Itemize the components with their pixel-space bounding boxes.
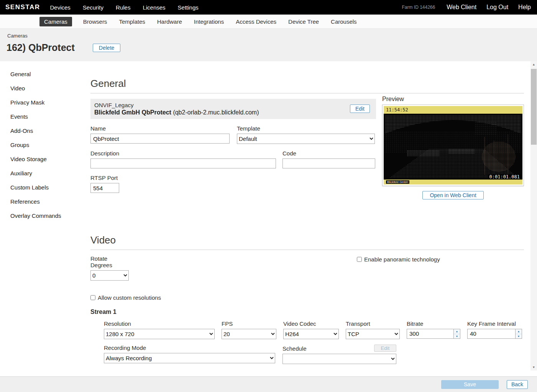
device-edit-button[interactable]: Edit: [350, 105, 370, 113]
tab-templates[interactable]: Templates: [118, 17, 146, 26]
sidebar-item-groups[interactable]: Groups: [10, 142, 90, 148]
key-frame-interval-value: 40: [468, 329, 515, 338]
stream-1-title: Stream 1: [90, 309, 524, 315]
lidar-point-cloud: [384, 114, 522, 180]
rotate-row: Rotate Degrees 0 Enable panoramic techno…: [90, 255, 524, 281]
bitrate-decrement-button[interactable]: ▼: [454, 334, 460, 339]
transport-label: Transport: [346, 320, 400, 327]
device-identity: Blickfeld GmbH QbProtect (qb2-orlab-2.mu…: [94, 109, 345, 116]
custom-resolutions-label: Allow custom resolutions: [98, 294, 161, 301]
app-window: SENSTAR Devices Security Rules Licenses …: [0, 0, 537, 392]
open-in-web-client-button[interactable]: Open in Web Client: [422, 191, 484, 199]
bitrate-increment-button[interactable]: ▲: [454, 329, 460, 334]
sidebar-item-video[interactable]: Video: [10, 85, 90, 91]
sidebar-item-general[interactable]: General: [10, 71, 90, 77]
web-client-link[interactable]: Web Client: [447, 4, 476, 11]
page-header: Cameras 162) QbProtect Delete: [0, 29, 537, 61]
video-section-title: Video: [90, 234, 524, 250]
tab-carousels[interactable]: Carousels: [330, 17, 358, 26]
template-select[interactable]: Default: [237, 134, 375, 144]
top-right: Farm ID 144266 Web Client Log Out Help: [402, 4, 531, 11]
breadcrumb[interactable]: Cameras: [7, 33, 537, 39]
back-button[interactable]: Back: [507, 380, 528, 389]
general-section-title: General: [90, 78, 524, 93]
section-general: General ONVIF_Legacy Blickfeld GmbH QbPr…: [90, 61, 524, 193]
name-input[interactable]: [90, 134, 230, 144]
help-link[interactable]: Help: [518, 4, 531, 11]
bitrate-label: Bitrate: [407, 320, 460, 327]
recording-mode-select[interactable]: Always Recording: [104, 353, 275, 363]
tab-integrations[interactable]: Integrations: [193, 17, 225, 26]
menu-devices[interactable]: Devices: [50, 4, 70, 11]
sidebar-item-privacy-mask[interactable]: Privacy Mask: [10, 99, 90, 106]
sidebar-item-auxiliary[interactable]: Auxiliary: [10, 170, 90, 176]
rtsp-port-input[interactable]: [90, 183, 119, 193]
preview-panel: Preview: [382, 96, 524, 199]
footer-bar: Save Back: [0, 376, 537, 392]
rotate-degrees-label: Rotate Degrees: [90, 255, 129, 268]
log-out-link[interactable]: Log Out: [486, 4, 508, 11]
sidebar-item-add-ons[interactable]: Add-Ons: [10, 127, 90, 134]
sidebar-item-overlay-commands[interactable]: Overlay Commands: [10, 212, 90, 219]
device-model: Blickfeld GmbH QbProtect: [94, 109, 171, 116]
panoramic-checkbox[interactable]: [357, 257, 362, 262]
tab-cameras[interactable]: Cameras: [39, 17, 72, 26]
top-menu: Devices Security Rules Licenses Settings: [50, 4, 198, 11]
preview-frame: 11:54:52 Blickfeld GmbH 0:01:01.081: [382, 105, 524, 186]
schedule-label: Schedule: [282, 345, 307, 352]
stream-settings-row: Resolution 1280 x 720 FPS 20 Video Codec…: [104, 320, 524, 339]
key-frame-increment-button[interactable]: ▲: [516, 329, 522, 334]
custom-resolutions-checkbox-row: Allow custom resolutions: [90, 294, 524, 301]
device-tab-bar: Cameras Browsers Templates Hardware Inte…: [0, 15, 537, 29]
recording-row: Recording Mode Always Recording Schedule…: [104, 345, 524, 364]
menu-security[interactable]: Security: [83, 4, 103, 11]
section-video: Video Rotate Degrees 0 Enable panoramic …: [90, 234, 524, 364]
scroll-down-arrow-icon[interactable]: ▼: [530, 364, 537, 371]
fps-select[interactable]: 20: [222, 329, 276, 339]
transport-select[interactable]: TCP: [346, 329, 400, 339]
camera-preview-image: 11:54:52 Blickfeld GmbH 0:01:01.081: [384, 106, 522, 185]
preview-timecode: 0:01:01.081: [488, 174, 521, 180]
tab-hardware[interactable]: Hardware: [156, 17, 183, 26]
scroll-up-arrow-icon[interactable]: ▲: [530, 61, 537, 68]
scrollbar-thumb[interactable]: [531, 69, 537, 145]
delete-button[interactable]: Delete: [93, 44, 120, 52]
bitrate-stepper[interactable]: 300 ▲ ▼: [407, 329, 460, 339]
fps-label: FPS: [222, 320, 276, 327]
panoramic-label: Enable panoramic technology: [364, 256, 440, 263]
resolution-select[interactable]: 1280 x 720: [104, 329, 215, 339]
farm-id-label: Farm ID 144266: [402, 5, 435, 10]
tab-browsers[interactable]: Browsers: [82, 17, 108, 26]
rotate-degrees-select[interactable]: 0: [90, 270, 129, 281]
sidebar-item-custom-labels[interactable]: Custom Labels: [10, 184, 90, 191]
preview-brand-label: Blickfeld GmbH: [386, 180, 409, 184]
sidebar-item-video-storage[interactable]: Video Storage: [10, 156, 90, 162]
custom-resolutions-checkbox[interactable]: [90, 295, 95, 300]
key-frame-decrement-button[interactable]: ▼: [516, 334, 522, 339]
key-frame-interval-label: Key Frame Interval: [467, 320, 522, 327]
rtsp-port-label: RTSP Port: [90, 175, 119, 181]
tab-device-tree[interactable]: Device Tree: [287, 17, 320, 26]
menu-settings[interactable]: Settings: [178, 4, 199, 11]
vertical-scrollbar[interactable]: ▲ ▼: [530, 61, 537, 371]
schedule-edit-button[interactable]: Edit: [374, 345, 396, 352]
device-driver-label: ONVIF_Legacy: [94, 102, 345, 108]
preview-label: Preview: [382, 96, 524, 103]
menu-licenses[interactable]: Licenses: [143, 4, 165, 11]
key-frame-interval-stepper[interactable]: 40 ▲ ▼: [467, 329, 522, 339]
resolution-label: Resolution: [104, 320, 215, 327]
video-codec-select[interactable]: H264: [283, 329, 339, 339]
device-info-box: ONVIF_Legacy Blickfeld GmbH QbProtect (q…: [90, 99, 376, 119]
name-label: Name: [90, 125, 230, 132]
code-input[interactable]: [282, 158, 375, 168]
save-button[interactable]: Save: [441, 380, 499, 389]
menu-rules[interactable]: Rules: [116, 4, 130, 11]
description-input[interactable]: [90, 158, 276, 168]
schedule-select[interactable]: [282, 354, 396, 364]
tab-access-devices[interactable]: Access Devices: [235, 17, 277, 26]
sidebar-item-events[interactable]: Events: [10, 113, 90, 120]
video-codec-label: Video Codec: [283, 320, 339, 327]
main-content: General ONVIF_Legacy Blickfeld GmbH QbPr…: [90, 61, 524, 376]
sidebar-item-references[interactable]: References: [10, 198, 90, 205]
recording-mode-label: Recording Mode: [104, 345, 275, 351]
